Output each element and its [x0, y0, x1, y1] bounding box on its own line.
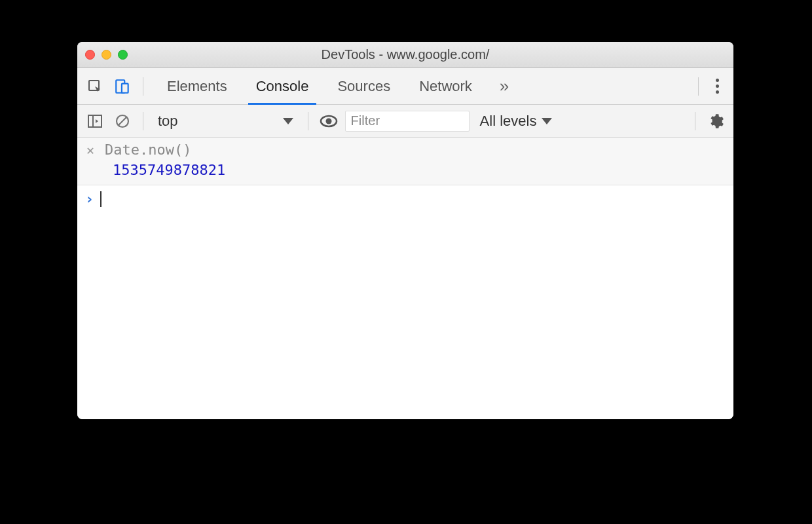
close-window-button[interactable] — [85, 50, 95, 60]
tab-console[interactable]: Console — [242, 68, 323, 104]
chevron-down-icon — [283, 118, 293, 124]
divider — [143, 112, 143, 130]
dot-icon — [716, 84, 719, 88]
inspect-element-icon[interactable] — [84, 75, 106, 98]
divider — [143, 77, 143, 96]
svg-rect-3 — [88, 115, 101, 127]
divider — [698, 77, 699, 96]
live-expression-icon[interactable] — [318, 110, 340, 132]
tab-label: Console — [256, 78, 309, 95]
dot-icon — [716, 90, 719, 94]
svg-point-8 — [325, 118, 331, 124]
context-label: top — [158, 113, 178, 130]
main-tabbar: Elements Console Sources Network » — [77, 68, 733, 105]
svg-rect-2 — [122, 83, 128, 92]
close-icon[interactable]: ✕ — [84, 142, 97, 158]
filter-input[interactable] — [345, 111, 470, 132]
console-settings-icon[interactable] — [705, 110, 727, 132]
tab-elements[interactable]: Elements — [153, 68, 242, 104]
console-prompt[interactable]: › — [77, 185, 733, 212]
clear-console-icon[interactable] — [111, 110, 134, 132]
levels-label: All levels — [480, 113, 537, 130]
console-body: ✕ Date.now() 1535749878821 › — [77, 138, 733, 419]
svg-line-6 — [119, 117, 126, 125]
zoom-window-button[interactable] — [118, 50, 128, 60]
tab-label: Elements — [167, 78, 227, 95]
window-title: DevTools - www.google.com/ — [77, 47, 733, 62]
history-expression: Date.now() — [105, 141, 191, 158]
dot-icon — [716, 79, 719, 82]
tab-sources[interactable]: Sources — [323, 68, 405, 104]
more-tabs-button[interactable]: » — [492, 76, 517, 96]
history-entry: ✕ Date.now() — [84, 141, 727, 158]
execution-context-selector[interactable]: top — [153, 113, 299, 130]
titlebar: DevTools - www.google.com/ — [77, 42, 733, 68]
panel-tabs: Elements Console Sources Network — [153, 68, 487, 104]
divider — [308, 112, 308, 130]
minimize-window-button[interactable] — [101, 50, 111, 60]
log-levels-selector[interactable]: All levels — [475, 113, 558, 130]
chevron-right-icon: › — [85, 191, 94, 207]
tab-label: Sources — [337, 78, 390, 95]
chevron-double-right-icon: » — [500, 76, 509, 96]
traffic-lights — [85, 50, 128, 60]
tab-network[interactable]: Network — [405, 68, 487, 104]
history-result: 1535749878821 — [84, 162, 727, 178]
devtools-window: DevTools - www.google.com/ Elements Cons… — [77, 42, 733, 419]
toggle-console-sidebar-icon[interactable] — [84, 110, 106, 132]
text-cursor — [100, 191, 101, 207]
divider — [695, 112, 695, 130]
console-history: ✕ Date.now() 1535749878821 — [77, 138, 733, 185]
console-toolbar: top All levels — [77, 105, 733, 138]
device-toolbar-icon[interactable] — [111, 75, 134, 98]
chevron-down-icon — [542, 118, 552, 124]
tab-label: Network — [419, 78, 472, 95]
settings-menu-button[interactable] — [708, 79, 727, 94]
